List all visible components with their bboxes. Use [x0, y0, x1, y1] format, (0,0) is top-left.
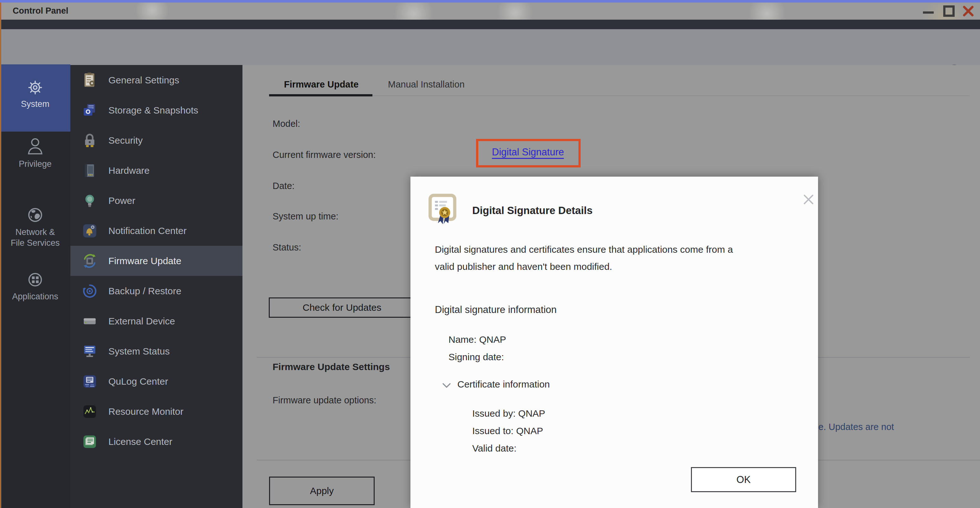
- globe-icon: [0, 205, 70, 227]
- minimize-button[interactable]: [923, 11, 934, 14]
- menu-item-label: Storage & Snapshots: [108, 95, 199, 125]
- valid-date: Valid date:: [472, 443, 517, 454]
- signature-info-heading: Digital signature information: [435, 304, 557, 315]
- menu-item-external-device[interactable]: External Device: [70, 306, 242, 336]
- menu-item-label: Notification Center: [108, 216, 187, 246]
- system-status-icon: [82, 343, 98, 359]
- qts-window: Control Panel ControlPanel ?: [0, 0, 980, 508]
- apps-grid-icon: [0, 269, 70, 291]
- status-label: Status:: [272, 242, 301, 253]
- chevron-down-icon[interactable]: [442, 382, 451, 389]
- menu-item-system-status[interactable]: System Status: [70, 336, 242, 366]
- menu-item-storage-snapshots[interactable]: Storage & Snapshots: [70, 95, 242, 125]
- qulog-center-icon: [82, 374, 98, 389]
- menu-item-label: Resource Monitor: [108, 397, 183, 427]
- window-left-border: [0, 3, 1, 508]
- firmware-update-icon: [82, 253, 98, 269]
- firmware-version-label: Current firmware version:: [272, 150, 376, 160]
- digital-signature-dialog: Digital Signature Details Digital signat…: [410, 177, 818, 508]
- category-system[interactable]: System: [0, 64, 70, 132]
- check-for-updates-button[interactable]: Check for Updates: [269, 298, 415, 318]
- dialog-description-line1: Digital signatures and certificates ensu…: [435, 244, 733, 255]
- tab-divider: [269, 96, 970, 96]
- menu-item-security[interactable]: Security: [70, 125, 242, 155]
- storage-snapshots-icon: [82, 102, 98, 118]
- tab-firmware-update[interactable]: Firmware Update: [284, 79, 358, 90]
- category-label: File Services: [0, 237, 70, 248]
- menu-item-general-settings[interactable]: General Settings: [70, 65, 242, 95]
- category-label: System: [0, 99, 70, 110]
- close-icon[interactable]: [802, 193, 815, 206]
- window-title: Control Panel: [13, 6, 68, 16]
- certificate-icon: [428, 193, 459, 225]
- backup-restore-icon: [82, 283, 98, 299]
- dialog-title: Digital Signature Details: [472, 205, 593, 217]
- hardware-nas-icon: [82, 163, 98, 178]
- category-privilege[interactable]: Privilege: [0, 136, 70, 169]
- menu-item-hardware[interactable]: Hardware: [70, 155, 242, 186]
- category-applications[interactable]: Applications: [0, 269, 70, 302]
- menu-item-label: Hardware: [108, 155, 150, 186]
- menu-item-label: Backup / Restore: [108, 276, 181, 306]
- maximize-button[interactable]: [943, 5, 955, 17]
- titlebar-divider: [0, 20, 980, 29]
- menu-item-backup-restore[interactable]: Backup / Restore: [70, 276, 242, 306]
- security-lock-icon: [82, 132, 98, 148]
- menu-item-label: Firmware Update: [108, 246, 181, 276]
- ok-button[interactable]: OK: [691, 467, 796, 492]
- menu-item-firmware-update[interactable]: Firmware Update: [70, 246, 242, 276]
- issued-by: Issued by: QNAP: [472, 408, 545, 419]
- menu-item-qulog-center[interactable]: QuLog Center: [70, 366, 242, 397]
- date-label: Date:: [272, 181, 294, 191]
- power-bulb-icon: [82, 193, 98, 209]
- active-tab-underline: [269, 94, 372, 96]
- uptime-label: System up time:: [272, 211, 339, 221]
- notification-bell-icon: [82, 223, 98, 239]
- category-network-file-services[interactable]: Network & File Services: [0, 205, 70, 248]
- category-rail: System Privilege Network & File Services: [0, 65, 70, 508]
- menu-item-label: External Device: [108, 306, 175, 336]
- app-header: ControlPanel ?: [0, 29, 980, 65]
- signature-name: Name: QNAP: [449, 334, 506, 345]
- close-window-icon[interactable]: [963, 6, 974, 16]
- person-icon: [0, 136, 70, 159]
- certificate-info-heading[interactable]: Certificate information: [457, 379, 550, 390]
- desktop-strip: [0, 0, 980, 3]
- category-label: Privilege: [0, 159, 70, 169]
- menu-item-label: QuLog Center: [108, 366, 168, 397]
- menu-item-label: License Center: [108, 427, 172, 457]
- category-label: Applications: [0, 291, 70, 302]
- gear-icon: [0, 78, 70, 99]
- dialog-description-line2: valid publisher and haven't been modifie…: [435, 261, 612, 272]
- tab-manual-installation[interactable]: Manual Installation: [388, 79, 465, 90]
- general-settings-icon: [82, 72, 98, 88]
- menu-item-power[interactable]: Power: [70, 186, 242, 216]
- dialog-description: Digital signatures and certificates ensu…: [435, 241, 802, 275]
- update-note-text: e. Updates are not: [818, 422, 894, 432]
- menu-item-label: Security: [108, 125, 143, 155]
- menu-item-notification-center[interactable]: Notification Center: [70, 216, 242, 246]
- external-device-icon: [82, 313, 98, 329]
- menu-item-label: General Settings: [108, 65, 179, 95]
- annotation-highlight-box: [476, 139, 581, 167]
- resource-monitor-icon: [82, 404, 98, 419]
- menu-item-license-center[interactable]: License Center: [70, 427, 242, 457]
- category-label: Network &: [0, 227, 70, 237]
- signing-date: Signing date:: [449, 352, 504, 362]
- settings-menu: General Settings Storage & Snapshots Sec…: [70, 65, 242, 508]
- menu-item-label: System Status: [108, 336, 170, 366]
- firmware-settings-heading: Firmware Update Settings: [272, 361, 390, 372]
- model-label: Model:: [272, 119, 300, 129]
- apply-button[interactable]: Apply: [269, 476, 375, 505]
- firmware-options-label: Firmware update options:: [272, 395, 376, 406]
- license-center-icon: [82, 434, 98, 450]
- window-titlebar: Control Panel: [0, 3, 980, 20]
- menu-item-label: Power: [108, 186, 135, 216]
- menu-item-resource-monitor[interactable]: Resource Monitor: [70, 397, 242, 427]
- issued-to: Issued to: QNAP: [472, 425, 543, 436]
